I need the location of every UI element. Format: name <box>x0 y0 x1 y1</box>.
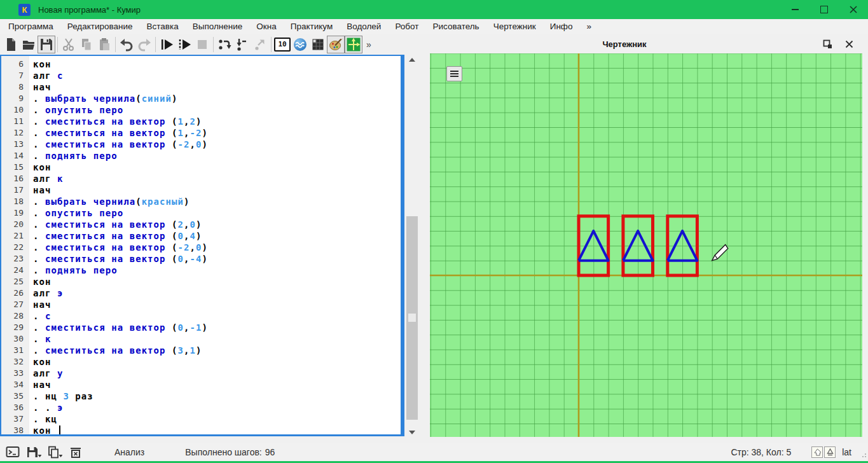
code-editor[interactable]: 6789101112131415161718192021222324252627… <box>0 55 404 436</box>
code-line-18[interactable]: . выбрать чернила(красный) <box>33 196 401 207</box>
code-line-37[interactable]: . кц <box>33 413 401 425</box>
clear-results-button[interactable] <box>68 445 83 459</box>
code-line-8[interactable]: нач <box>33 81 401 93</box>
menu-item-9[interactable]: Чертежник <box>486 19 543 34</box>
stop-button[interactable] <box>193 36 211 53</box>
menu-item-4[interactable]: Окна <box>249 19 283 34</box>
panel-float-button[interactable] <box>819 38 836 52</box>
toolbar-separator <box>57 37 58 52</box>
app-icon[interactable]: К <box>18 4 31 16</box>
canvas-menu-button[interactable] <box>446 66 462 81</box>
vodoley-button[interactable] <box>291 36 309 53</box>
code-line-35[interactable]: . нц 3 раз <box>33 390 401 402</box>
line-number: 36 <box>1 402 24 413</box>
run-step-button[interactable] <box>176 36 193 53</box>
code-line-36[interactable]: . . э <box>33 402 401 413</box>
code-line-34[interactable]: нач <box>33 379 401 390</box>
menu-item-0[interactable]: Программа <box>1 19 60 34</box>
line-number: 32 <box>1 356 24 368</box>
redo-button[interactable] <box>135 36 153 53</box>
window-title: Новая программа* - Кумир <box>38 5 141 15</box>
code-line-22[interactable]: . сместиться на вектор (-2,0) <box>33 242 401 253</box>
code-line-15[interactable]: кон <box>33 162 401 173</box>
code-line-38[interactable]: кон <box>33 425 401 436</box>
step-out-button[interactable] <box>251 36 269 53</box>
menu-bar: ПрограммаРедактированиеВставкаВыполнение… <box>0 19 868 34</box>
menu-item-5[interactable]: Практикум <box>284 19 340 34</box>
code-line-29[interactable]: . сместиться на вектор (0,-1) <box>33 322 401 333</box>
toolbar-separator <box>115 37 116 52</box>
code-line-7[interactable]: алг с <box>33 70 401 81</box>
drawing-canvas[interactable] <box>430 53 862 437</box>
code-line-33[interactable]: алг у <box>33 368 401 379</box>
new-file-icon <box>3 37 18 52</box>
editor-scrollbar[interactable] <box>406 55 418 437</box>
menu-item-3[interactable]: Выполнение <box>186 19 250 34</box>
step-into-button[interactable] <box>233 36 251 53</box>
line-number: 35 <box>1 390 24 402</box>
close-button[interactable] <box>839 0 868 19</box>
code-area[interactable]: коналг снач. выбрать чернила(синий). опу… <box>29 56 401 434</box>
cut-button[interactable] <box>60 36 78 53</box>
menu-item-11[interactable]: » <box>579 19 598 34</box>
step-out-icon <box>252 37 268 52</box>
menu-item-8[interactable]: Рисователь <box>425 19 486 34</box>
copy-results-button[interactable] <box>47 445 62 459</box>
open-file-button[interactable] <box>20 36 38 53</box>
code-line-12[interactable]: . сместиться на вектор (1,-2) <box>33 127 401 139</box>
code-line-23[interactable]: . сместиться на вектор (0,-4) <box>33 253 401 265</box>
scroll-down-button[interactable] <box>406 427 418 437</box>
code-line-14[interactable]: . поднять перо <box>33 150 401 162</box>
copy-button[interactable] <box>78 36 95 53</box>
risovatel-button[interactable] <box>327 36 345 53</box>
code-line-21[interactable]: . сместиться на вектор (0,4) <box>33 230 401 242</box>
line-number: 10 <box>1 104 24 116</box>
menu-item-1[interactable]: Редактирование <box>60 19 140 34</box>
run-button[interactable] <box>158 36 176 53</box>
terminal-button[interactable] <box>5 445 20 459</box>
code-line-31[interactable]: . сместиться на вектор (3,1) <box>33 345 401 356</box>
code-line-20[interactable]: . сместиться на вектор (2,0) <box>33 219 401 230</box>
code-line-16[interactable]: алг к <box>33 173 401 184</box>
scrollbar-thumb[interactable] <box>406 216 418 420</box>
mode-status: Анализ <box>114 447 144 457</box>
menu-item-7[interactable]: Робот <box>388 19 425 34</box>
scroll-up-button[interactable] <box>406 55 418 64</box>
code-line-26[interactable]: алг э <box>33 287 401 299</box>
line-number: 33 <box>1 368 24 379</box>
code-line-25[interactable]: кон <box>33 276 401 287</box>
step-over-button[interactable] <box>216 36 233 53</box>
undo-button[interactable] <box>118 36 135 53</box>
save-button[interactable] <box>38 36 55 53</box>
code-line-30[interactable]: . к <box>33 333 401 345</box>
resize-grip[interactable] <box>860 451 866 457</box>
menu-item-10[interactable]: Инфо <box>543 19 580 34</box>
save-results-button[interactable] <box>26 445 41 459</box>
show-values-button[interactable]: 10 <box>273 36 291 53</box>
code-line-10[interactable]: . опустить перо <box>33 104 401 116</box>
code-line-9[interactable]: . выбрать чернила(синий) <box>33 93 401 104</box>
save-icon <box>39 38 53 52</box>
code-line-13[interactable]: . сместиться на вектор (-2,0) <box>33 139 401 150</box>
code-line-17[interactable]: нач <box>33 184 401 196</box>
step-over-icon <box>217 37 232 52</box>
chertezhnik-button[interactable] <box>345 36 362 53</box>
code-line-11[interactable]: . сместиться на вектор (1,2) <box>33 116 401 127</box>
robot-button[interactable] <box>309 36 327 53</box>
code-line-6[interactable]: кон <box>33 59 401 70</box>
panel-header: Чертежник <box>430 35 862 53</box>
minimize-button[interactable] <box>780 0 809 19</box>
line-number: 13 <box>1 139 24 150</box>
code-line-19[interactable]: . опустить перо <box>33 207 401 219</box>
code-line-27[interactable]: нач <box>33 299 401 310</box>
new-file-button[interactable] <box>2 36 20 53</box>
paste-button[interactable] <box>95 36 113 53</box>
code-line-24[interactable]: . поднять перо <box>33 265 401 276</box>
menu-item-2[interactable]: Вставка <box>140 19 186 34</box>
code-line-28[interactable]: . с <box>33 310 401 322</box>
toolbar-overflow-button[interactable]: » <box>366 39 371 50</box>
menu-item-6[interactable]: Водолей <box>340 19 388 34</box>
maximize-button[interactable] <box>809 0 839 19</box>
panel-close-button[interactable] <box>841 38 857 52</box>
code-line-32[interactable]: кон <box>33 356 401 368</box>
